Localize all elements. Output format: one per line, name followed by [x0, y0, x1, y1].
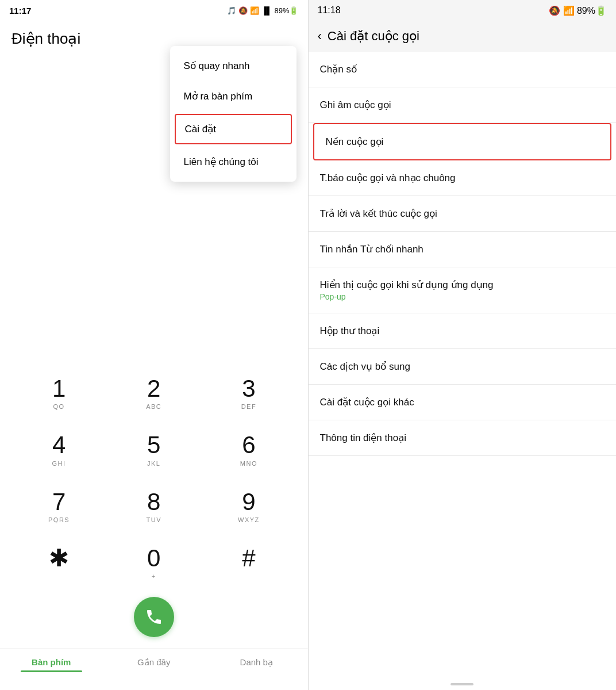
sub-0: + [152, 573, 156, 581]
sub-4: GHI [52, 460, 66, 468]
battery-label: 89%🔋 [274, 6, 298, 15]
dropdown-item-open-keyboard[interactable]: Mở ra bàn phím [170, 81, 297, 112]
tab-gan-day[interactable]: Gần đây [103, 649, 206, 678]
digit-9: 9 [242, 489, 255, 515]
tab-ban-phim[interactable]: Bàn phím [0, 649, 103, 678]
dialpad-key-6[interactable]: 6 MNO [201, 421, 296, 478]
settings-item-call-background[interactable]: Nền cuộc gọi [313, 123, 612, 160]
right-time: 11:18 [318, 5, 341, 16]
settings-item-show-call-sub: Pop-up [320, 292, 605, 301]
digit-5: 5 [147, 432, 160, 458]
dialpad-key-2[interactable]: 2 ABC [106, 365, 201, 421]
dropdown-menu: Số quay nhanh Mở ra bàn phím Cài đặt Liê… [170, 46, 297, 182]
sub-7: PQRS [48, 516, 70, 524]
left-panel: 11:17 🎵 🔕 📶 ▐▌ 89%🔋 Điện thoại Số quay n… [0, 0, 308, 690]
left-status-bar: 11:17 🎵 🔕 📶 ▐▌ 89%🔋 [0, 0, 308, 21]
right-panel: 11:18 🔕 📶 89%🔋 ‹ Cài đặt cuộc gọi Chặn s… [309, 0, 617, 690]
settings-list: Chặn số Ghi âm cuộc gọi Nền cuộc gọi T.b… [309, 52, 617, 678]
left-status-icons: 🎵 🔕 📶 ▐▌ 89%🔋 [227, 6, 298, 15]
settings-item-show-call[interactable]: Hiển thị cuộc gọi khi sử dụng ứng dụng P… [309, 267, 617, 313]
digit-7: 7 [52, 489, 66, 515]
dialpad-key-star[interactable]: ✱ [11, 535, 106, 591]
right-icons-label: 🔕 📶 89%🔋 [549, 6, 607, 16]
tab-danh-ba[interactable]: Danh bạ [205, 649, 308, 678]
digit-0: 0 [147, 545, 160, 572]
phone-icon [145, 608, 163, 626]
sub-2: ABC [146, 403, 161, 411]
dialpad-key-9[interactable]: 9 WXYZ [201, 478, 296, 535]
left-time: 11:17 [9, 6, 31, 16]
settings-item-extra-services[interactable]: Các dịch vụ bổ sung [309, 349, 617, 385]
sub-9: WXYZ [238, 516, 260, 524]
digit-4: 4 [52, 432, 66, 458]
dialpad-key-3[interactable]: 3 DEF [201, 365, 296, 421]
right-status-icons: 🔕 📶 89%🔋 [549, 5, 607, 16]
settings-item-other-settings[interactable]: Cài đặt cuộc gọi khác [309, 385, 617, 420]
sub-6: MNO [240, 460, 257, 468]
settings-item-notification-ringtone[interactable]: T.báo cuộc gọi và nhạc chuông [309, 160, 617, 196]
bottom-tabs: Bàn phím Gần đây Danh bạ [0, 649, 308, 678]
right-header: ‹ Cài đặt cuộc gọi [309, 21, 617, 52]
settings-item-phone-info[interactable]: Thông tin điện thoại [309, 420, 617, 456]
settings-item-quick-reject[interactable]: Tin nhắn Từ chối nhanh [309, 232, 617, 267]
sub-8: TUV [146, 516, 161, 524]
settings-item-block-number[interactable]: Chặn số [309, 52, 617, 87]
settings-title: Cài đặt cuộc gọi [328, 29, 419, 44]
dialpad-key-1[interactable]: 1 QO [11, 365, 106, 421]
wifi-icon: 📶 [250, 6, 259, 15]
digit-star: ✱ [49, 545, 69, 572]
digit-3: 3 [242, 375, 255, 402]
dropdown-item-contact-us[interactable]: Liên hệ chúng tôi [170, 147, 297, 177]
sub-1: QO [53, 403, 65, 411]
settings-item-voicemail[interactable]: Hộp thư thoại [309, 313, 617, 349]
dialpad-key-5[interactable]: 5 JKL [106, 421, 201, 478]
settings-item-answer-end[interactable]: Trả lời và kết thúc cuộc gọi [309, 196, 617, 232]
digit-2: 2 [147, 375, 160, 402]
notification-icon: 🔕 [238, 6, 248, 15]
sub-5: JKL [147, 460, 160, 468]
dialpad-key-hash[interactable]: # [201, 535, 296, 591]
scroll-indicator [309, 678, 617, 690]
digit-1: 1 [52, 375, 66, 402]
digit-hash: # [242, 545, 255, 572]
settings-item-record-call[interactable]: Ghi âm cuộc gọi [309, 87, 617, 123]
dialpad-key-8[interactable]: 8 TUV [106, 478, 201, 535]
dialpad-key-7[interactable]: 7 PQRS [11, 478, 106, 535]
digit-6: 6 [242, 432, 255, 458]
signal-icon: ▐▌ [261, 6, 272, 15]
scroll-bar [451, 683, 473, 685]
dialpad-key-0[interactable]: 0 + [106, 535, 201, 591]
dialpad-grid: 1 QO 2 ABC 3 DEF 4 GHI 5 JKL 6 MNO [11, 365, 297, 591]
tiktok-icon: 🎵 [227, 6, 236, 15]
digit-8: 8 [147, 489, 160, 515]
call-button[interactable] [134, 597, 174, 637]
dropdown-item-settings[interactable]: Cài đặt [175, 114, 292, 144]
dialpad-key-4[interactable]: 4 GHI [11, 421, 106, 478]
dropdown-item-speed-dial[interactable]: Số quay nhanh [170, 51, 297, 81]
sub-3: DEF [241, 403, 257, 411]
right-status-bar: 11:18 🔕 📶 89%🔋 [309, 0, 617, 21]
call-btn-area [0, 597, 308, 637]
back-button[interactable]: ‹ [318, 29, 322, 44]
